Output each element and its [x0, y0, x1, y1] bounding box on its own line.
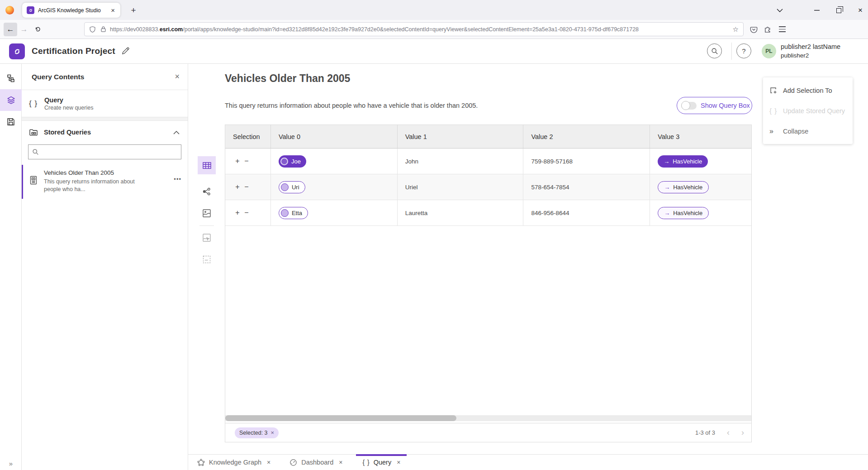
layers-icon[interactable] — [0, 89, 22, 111]
avatar[interactable]: PL — [762, 44, 776, 58]
window-minimize-button[interactable] — [810, 5, 824, 16]
relationship-pill[interactable]: → HasVehicle — [658, 155, 708, 168]
table-row[interactable]: + − Joe John 759-889-57168 → HasVehicle — [225, 149, 751, 174]
tab-title: ArcGIS Knowledge Studio — [38, 7, 110, 14]
window-restore-button[interactable] — [832, 5, 845, 16]
menu-hamburger-icon[interactable] — [779, 26, 786, 32]
remove-selection-icon[interactable]: − — [242, 209, 251, 217]
cell-value[interactable]: Lauretta — [398, 200, 524, 225]
horizontal-scrollbar[interactable] — [225, 415, 751, 421]
tracking-shield-icon[interactable] — [89, 26, 96, 33]
help-icon[interactable]: ? — [736, 43, 751, 58]
braces-icon: { } — [362, 459, 370, 466]
toggle-switch[interactable] — [681, 102, 697, 110]
cell-value[interactable]: Uriel — [398, 174, 524, 200]
menu-item-collapse[interactable]: » Collapse — [763, 121, 853, 141]
cell-value[interactable]: 578-654-7854 — [523, 174, 650, 200]
map-view-icon[interactable] — [198, 204, 216, 222]
user-info[interactable]: publisher2 lastName publisher2 — [781, 43, 840, 60]
relationship-pill[interactable]: → HasVehicle — [658, 207, 709, 219]
marquee-select-icon[interactable] — [198, 250, 216, 269]
remove-selection-icon[interactable]: − — [242, 157, 251, 165]
left-rail: » — [0, 64, 22, 470]
table-row[interactable]: + − Etta Lauretta 846-956-8644 → HasVehi… — [225, 200, 751, 226]
entity-dot-icon — [281, 183, 289, 191]
save-icon[interactable] — [0, 111, 22, 133]
new-tab-button[interactable]: + — [128, 5, 139, 16]
entity-dot-icon — [280, 158, 288, 165]
panel-gap — [22, 117, 188, 121]
pocket-icon[interactable] — [750, 26, 758, 33]
browser-tab[interactable]: ArcGIS Knowledge Studio × — [22, 3, 120, 18]
table-row[interactable]: + − Uri Uriel 578-654-7854 → HasVehicle — [225, 174, 751, 200]
url-bar[interactable]: https://dev0028833.esri.com/portal/apps/… — [84, 22, 744, 36]
new-query-item[interactable]: { } Query Create new queries — [22, 90, 188, 117]
menu-item-update-stored-query[interactable]: { } Update Stored Query — [763, 101, 853, 121]
stored-query-doc-icon — [29, 176, 38, 193]
bookmark-star-icon[interactable]: ☆ — [733, 25, 739, 34]
search-input[interactable] — [42, 149, 177, 155]
show-query-box-toggle[interactable]: Show Query Box — [677, 97, 752, 114]
window-close-button[interactable]: × — [854, 5, 867, 16]
cell-value[interactable]: John — [398, 149, 524, 174]
reload-icon[interactable] — [31, 23, 44, 36]
user-login: publisher2 — [781, 52, 840, 60]
tab-close-icon[interactable]: × — [110, 6, 116, 14]
search-icon[interactable] — [707, 43, 722, 58]
edit-title-pencil-icon[interactable] — [121, 47, 130, 55]
stored-query-search[interactable] — [28, 144, 181, 159]
next-page-icon[interactable]: › — [741, 428, 744, 437]
url-text: https://dev0028833.esri.com/portal/apps/… — [110, 26, 729, 33]
chevron-up-icon[interactable] — [173, 130, 180, 134]
back-button[interactable]: ← — [4, 23, 17, 36]
tab-query[interactable]: { } Query × — [356, 455, 407, 470]
entity-pill[interactable]: Uri — [279, 181, 305, 193]
relationship-pill[interactable]: → HasVehicle — [658, 181, 709, 193]
arcgis-knowledge-logo-icon — [9, 43, 25, 59]
arcgis-favicon-icon — [27, 6, 34, 14]
remove-selection-icon[interactable]: − — [242, 183, 251, 191]
braces-icon: { } — [769, 107, 783, 115]
forward-button[interactable]: → — [17, 23, 31, 36]
add-to-map-icon[interactable] — [198, 229, 216, 247]
tab-close-icon[interactable]: × — [267, 459, 270, 466]
data-model-icon[interactable] — [0, 67, 22, 89]
selected-count-chip[interactable]: Selected: 3 × — [235, 427, 279, 438]
scrollbar-thumb[interactable] — [225, 415, 456, 421]
extensions-icon[interactable] — [764, 25, 772, 33]
list-tabs-icon[interactable] — [773, 5, 787, 16]
add-selection-icon[interactable]: + — [233, 157, 242, 165]
add-selection-icon[interactable]: + — [233, 209, 242, 217]
lock-icon[interactable] — [100, 26, 106, 33]
stored-query-item-selected[interactable]: Vehicles Older Than 2005 This query retu… — [22, 165, 188, 199]
column-header[interactable]: Value 3 — [650, 125, 751, 148]
tab-close-icon[interactable]: × — [339, 459, 342, 466]
item-overflow-icon[interactable]: ••• — [174, 176, 181, 193]
results-table-card: Selection Value 0 Value 1 Value 2 Value … — [225, 125, 752, 442]
column-header[interactable]: Value 2 — [523, 125, 650, 148]
query-item-subtitle: Create new queries — [44, 105, 93, 111]
entity-pill[interactable]: Etta — [279, 207, 308, 219]
cell-value[interactable]: 846-956-8644 — [523, 200, 650, 225]
entity-pill[interactable]: Joe — [279, 155, 306, 168]
add-selection-icon[interactable]: + — [233, 183, 242, 191]
column-header[interactable]: Value 0 — [271, 125, 398, 148]
previous-page-icon[interactable]: ‹ — [727, 428, 730, 437]
tab-dashboard[interactable]: Dashboard × — [283, 455, 349, 470]
project-title: Certification Project — [32, 46, 115, 56]
relationship-arrow-icon: → — [664, 158, 669, 165]
table-view-icon[interactable] — [198, 156, 216, 174]
panel-close-icon[interactable]: × — [175, 72, 180, 82]
firefox-icon[interactable] — [5, 6, 14, 14]
tab-knowledge-graph[interactable]: Knowledge Graph × — [191, 455, 277, 470]
menu-item-add-selection-to[interactable]: Add Selection To — [763, 80, 853, 101]
column-header[interactable]: Value 1 — [398, 125, 524, 148]
cell-value[interactable]: 759-889-57168 — [523, 149, 650, 174]
tab-close-icon[interactable]: × — [397, 459, 400, 466]
expand-rail-icon[interactable]: » — [0, 460, 22, 467]
link-chart-view-icon[interactable] — [198, 182, 216, 201]
column-header[interactable]: Selection — [225, 125, 271, 148]
clear-selection-icon[interactable]: × — [271, 429, 275, 436]
content-tab-bar: Knowledge Graph × Dashboard × { } Query … — [188, 454, 868, 470]
stored-queries-header[interactable]: Stored Queries — [22, 121, 188, 144]
